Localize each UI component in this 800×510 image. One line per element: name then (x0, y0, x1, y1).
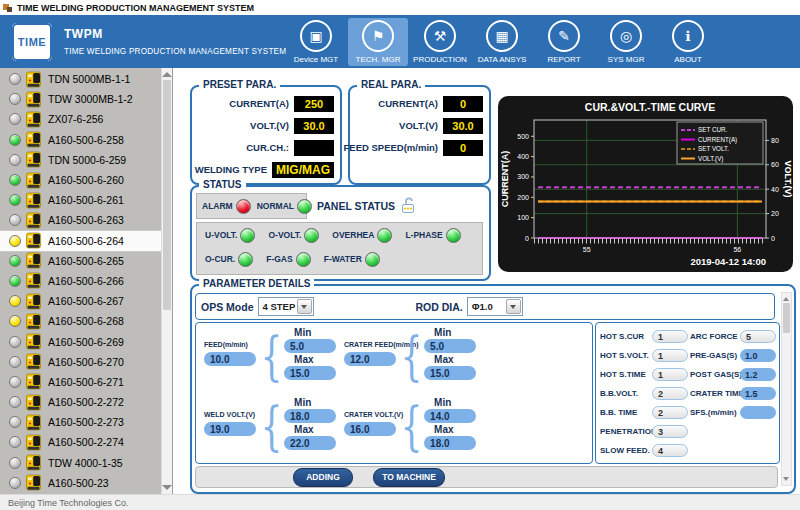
scroll-down-icon[interactable] (162, 485, 172, 490)
device-list-item[interactable]: A160-500-6-264 (0, 231, 162, 251)
device-list-item[interactable]: A160-500-6-266 (0, 271, 162, 291)
device-list-item[interactable]: A160-500-6-261 (0, 190, 162, 210)
device-sidebar: TDN 5000MB-1-1TDW 3000MB-1-2ZX07-6-256A1… (0, 68, 173, 494)
max-value-pill[interactable]: 15.0 (424, 366, 476, 380)
scroll-up-icon[interactable] (162, 72, 172, 77)
device-status-led (9, 356, 21, 368)
extra-param-pill[interactable]: 2 (652, 387, 688, 400)
min-label: Min (434, 327, 476, 338)
dropdown-arrow-icon[interactable] (506, 299, 521, 314)
preset-para-panel: PRESET PARA. CURRENT(A)250VOLT.(V)30.0CU… (190, 85, 342, 185)
min-value-pill[interactable]: 5.0 (284, 339, 336, 353)
device-list-item[interactable]: A160-500-6-267 (0, 291, 162, 311)
device-list-item[interactable]: TDN 5000MB-1-1 (0, 69, 162, 89)
scroll-up-icon[interactable] (783, 297, 789, 301)
device-list-item[interactable]: A160-500-6-260 (0, 170, 162, 190)
indicator: F-GAS (266, 252, 310, 267)
extra-param-pill[interactable]: 1 (652, 349, 688, 362)
scroll-down-icon[interactable] (783, 477, 789, 481)
device-list-item[interactable]: A160-500-6-265 (0, 251, 162, 271)
group-value-pill[interactable]: 10.0 (204, 352, 256, 366)
extra-param-pill[interactable]: 2 (652, 406, 688, 419)
nav-item-data-ansys[interactable]: ▦DATA ANSYS (472, 18, 532, 66)
sys-mgr-icon: ◎ (610, 20, 642, 52)
extra-param-pill[interactable]: 1 (652, 368, 688, 381)
device-list-item[interactable]: A160-500-6-270 (0, 352, 162, 372)
welding-machine-icon (26, 293, 41, 310)
extra-param-label: HOT S.TIME (600, 370, 646, 379)
to-machine-button[interactable]: TO MACHINE (373, 468, 445, 487)
extra-param-label: PENETRATION (600, 427, 657, 436)
device-status-led (9, 73, 21, 85)
legend-label: CURRENT(A) (698, 136, 737, 144)
extra-param-pill[interactable]: 3 (652, 425, 688, 438)
nav-item-production[interactable]: ⚒PRODUCTION (410, 18, 470, 66)
group-minmax-col: Min5.0Max15.0 (284, 327, 336, 385)
rod-dia-select[interactable]: Φ1.0 (467, 297, 523, 316)
max-value-pill[interactable]: 15.0 (284, 366, 336, 380)
min-value-pill[interactable]: 14.0 (424, 409, 476, 423)
nav-item-report[interactable]: ✎REPORT (534, 18, 594, 66)
device-list-item[interactable]: A160-500-6-271 (0, 372, 162, 392)
extra-param-pill[interactable]: 4 (652, 444, 688, 457)
nav-item-tech-mgr[interactable]: ⚑TECH. MGR (348, 18, 408, 66)
data-ansys-icon: ▦ (486, 20, 518, 52)
sidebar-scrollbar[interactable] (161, 68, 172, 494)
device-list-item[interactable]: A160-500-6-263 (0, 210, 162, 230)
params-scrollbar-thumb[interactable] (783, 303, 790, 333)
device-list-item[interactable]: A160-500-6-258 (0, 130, 162, 150)
nav-item-device-mgt[interactable]: ▣Device MGT (286, 18, 346, 66)
device-list-item[interactable]: TDW 4000-1-35 (0, 453, 162, 473)
nav-item-about[interactable]: ℹABOUT (658, 18, 718, 66)
group-value-pill[interactable]: 12.0 (344, 352, 396, 366)
extra-param-pill[interactable]: 1.0 (740, 349, 776, 362)
nav-item-label: DATA ANSYS (478, 55, 527, 64)
max-value-pill[interactable]: 18.0 (424, 436, 476, 450)
welding-machine-icon (26, 151, 41, 168)
params-scrollbar[interactable] (781, 292, 792, 486)
dropdown-arrow-icon[interactable] (297, 299, 312, 314)
indicator-led (240, 228, 255, 243)
param-row: CURRENT(A)0 (354, 95, 483, 112)
welding-machine-icon (26, 131, 41, 148)
real-para-panel: REAL PARA. CURRENT(A)0VOLT.(V)30.0FEED S… (348, 85, 491, 185)
legend-label: VOLT.(V) (698, 155, 723, 163)
param-group-feed-m-min-: FEED(m/min)10.0{Min5.0Max15.0 (204, 327, 336, 385)
extra-param-pill[interactable]: 1.5 (740, 387, 776, 400)
parameter-details-panel: PARAMETER DETAILS OPS Mode 4 STEP ROD DI… (190, 284, 796, 494)
device-name: A160-500-2-274 (48, 436, 124, 448)
device-list-item[interactable]: A160-500-6-268 (0, 311, 162, 331)
device-name: TDN 5000-6-259 (48, 154, 126, 166)
chart-panel: CUR.&VOLT.-TIME CURVE0100200300400500020… (498, 96, 793, 272)
min-value-pill[interactable]: 5.0 (424, 339, 476, 353)
device-list-item[interactable]: A160-500-2-274 (0, 432, 162, 452)
max-value-pill[interactable]: 22.0 (284, 436, 336, 450)
device-list-item[interactable]: A160-500-6-269 (0, 331, 162, 351)
indicator: OVERHEA (332, 228, 392, 243)
param-value-display: 250 (294, 96, 334, 112)
ops-mode-select[interactable]: 4 STEP (258, 297, 314, 316)
status-bar: Beijing Time Technologies Co. (0, 494, 800, 510)
alarm-label: ALARM (202, 201, 233, 211)
device-list-item[interactable]: ZX07-6-256 (0, 109, 162, 129)
device-status-led (9, 376, 21, 388)
adding-button[interactable]: ADDING (293, 468, 353, 487)
sidebar-scrollbar-thumb[interactable] (163, 80, 171, 310)
extra-param-pill[interactable]: 1 (652, 330, 688, 343)
min-value-pill[interactable]: 18.0 (284, 409, 336, 423)
device-list-item[interactable]: TDN 5000-6-259 (0, 150, 162, 170)
device-list-item[interactable]: TDW 3000MB-1-2 (0, 89, 162, 109)
extra-param-label: HOT S.VOLT. (600, 351, 649, 360)
device-list-item[interactable]: A160-500-2-273 (0, 412, 162, 432)
device-status-led (9, 255, 21, 267)
device-list-item[interactable]: A160-500-2-272 (0, 392, 162, 412)
nav-item-label: REPORT (547, 55, 580, 64)
extra-param-pill[interactable]: 5 (740, 330, 776, 343)
group-value-pill[interactable]: 16.0 (344, 422, 396, 436)
nav-item-sys-mgr[interactable]: ◎SYS MGR (596, 18, 656, 66)
param-value-display: 0 (443, 140, 483, 156)
group-value-pill[interactable]: 19.0 (204, 422, 256, 436)
extra-param-pill[interactable] (740, 406, 776, 419)
extra-param-pill[interactable]: 1.2 (740, 368, 776, 381)
device-list-item[interactable]: A160-500-23 (0, 473, 162, 493)
